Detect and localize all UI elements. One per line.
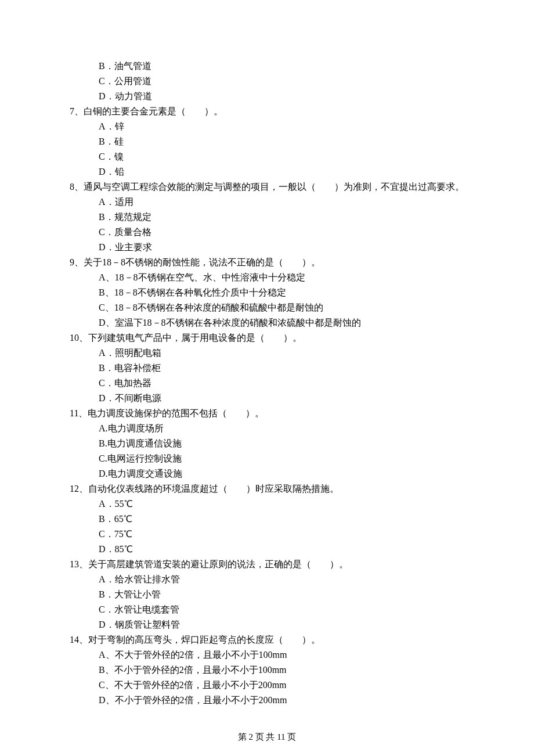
option-d: D.电力调度交通设施 — [70, 467, 464, 481]
option-c: C．质量合格 — [70, 225, 464, 239]
option-continued: C．公用管道 — [70, 74, 464, 88]
option-c: C．水管让电缆套管 — [70, 603, 464, 617]
option-a: A、不大于管外径的2倍，且最小不小于100mm — [70, 648, 464, 662]
question-stem: 12、自动化仪表线路的环境温度超过（ ）时应采取隔热措施。 — [70, 482, 464, 496]
question-stem: 11、电力调度设施保护的范围不包括（ ）。 — [70, 406, 464, 420]
option-d: D．业主要求 — [70, 240, 464, 254]
question-stem: 10、下列建筑电气产品中，属于用电设备的是（ ）。 — [70, 331, 464, 345]
question-block: 8、通风与空调工程综合效能的测定与调整的项目，一般以（ ）为准则，不宜提出过高要… — [70, 180, 464, 254]
option-a: A．适用 — [70, 195, 464, 209]
option-a: A．给水管让排水管 — [70, 573, 464, 586]
question-block: 10、下列建筑电气产品中，属于用电设备的是（ ）。 A．照明配电箱 B．电容补偿… — [70, 331, 464, 405]
question-stem: 7、白铜的主要合金元素是（ ）。 — [70, 105, 464, 118]
option-b: B、18－8不锈钢在各种氧化性介质中十分稳定 — [70, 286, 464, 300]
question-stem: 8、通风与空调工程综合效能的测定与调整的项目，一般以（ ）为准则，不宜提出过高要… — [70, 180, 464, 194]
question-block: 14、对于弯制的高压弯头，焊口距起弯点的长度应（ ）。 A、不大于管外径的2倍，… — [70, 633, 464, 707]
document-page: B．油气管道 C．公用管道 D．动力管道 7、白铜的主要合金元素是（ ）。 A．… — [0, 0, 534, 756]
option-d: D．铅 — [70, 165, 464, 179]
option-a: A.电力调度场所 — [70, 422, 464, 435]
option-c: C、不大于管外径的2倍，且最小不小于200mm — [70, 678, 464, 692]
option-a: A．锌 — [70, 120, 464, 134]
option-d: D．不间断电源 — [70, 391, 464, 405]
option-c: C．75℃ — [70, 527, 464, 541]
option-d: D．钢质管让塑料管 — [70, 618, 464, 632]
option-continued: B．油气管道 — [70, 59, 464, 73]
question-stem: 14、对于弯制的高压弯头，焊口距起弯点的长度应（ ）。 — [70, 633, 464, 647]
question-block: 7、白铜的主要合金元素是（ ）。 A．锌 B．硅 C．镍 D．铅 — [70, 105, 464, 179]
option-b: B．65℃ — [70, 512, 464, 526]
option-d: D、室温下18－8不锈钢在各种浓度的硝酸和浓硫酸中都是耐蚀的 — [70, 316, 464, 330]
option-b: B.电力调度通信设施 — [70, 437, 464, 451]
option-b: B．规范规定 — [70, 210, 464, 224]
option-a: A．照明配电箱 — [70, 346, 464, 360]
option-c: C.电网运行控制设施 — [70, 452, 464, 466]
option-b: B．大管让小管 — [70, 588, 464, 602]
option-continued: D．动力管道 — [70, 89, 464, 103]
option-a: A、18－8不锈钢在空气、水、中性溶液中十分稳定 — [70, 271, 464, 285]
option-b: B、不小于管外径的2倍，且最小不小于100mm — [70, 663, 464, 677]
option-a: A．55℃ — [70, 497, 464, 511]
option-b: B．硅 — [70, 135, 464, 149]
question-block: 9、关于18－8不锈钢的耐蚀性能，说法不正确的是（ ）。 A、18－8不锈钢在空… — [70, 255, 464, 330]
option-c: C．电加热器 — [70, 376, 464, 390]
question-block: 13、关于高层建筑管道安装的避让原则的说法，正确的是（ ）。 A．给水管让排水管… — [70, 557, 464, 632]
question-stem: 9、关于18－8不锈钢的耐蚀性能，说法不正确的是（ ）。 — [70, 255, 464, 269]
option-c: C、18－8不锈钢在各种浓度的硝酸和硫酸中都是耐蚀的 — [70, 301, 464, 315]
option-d: D、不小于管外径的2倍，且最小不小于200mm — [70, 693, 464, 707]
question-block: 11、电力调度设施保护的范围不包括（ ）。 A.电力调度场所 B.电力调度通信设… — [70, 406, 464, 481]
page-footer: 第 2 页 共 11 页 — [70, 730, 464, 744]
option-c: C．镍 — [70, 150, 464, 164]
option-d: D．85℃ — [70, 542, 464, 556]
question-block: 12、自动化仪表线路的环境温度超过（ ）时应采取隔热措施。 A．55℃ B．65… — [70, 482, 464, 556]
question-stem: 13、关于高层建筑管道安装的避让原则的说法，正确的是（ ）。 — [70, 557, 464, 571]
option-b: B．电容补偿柜 — [70, 361, 464, 375]
